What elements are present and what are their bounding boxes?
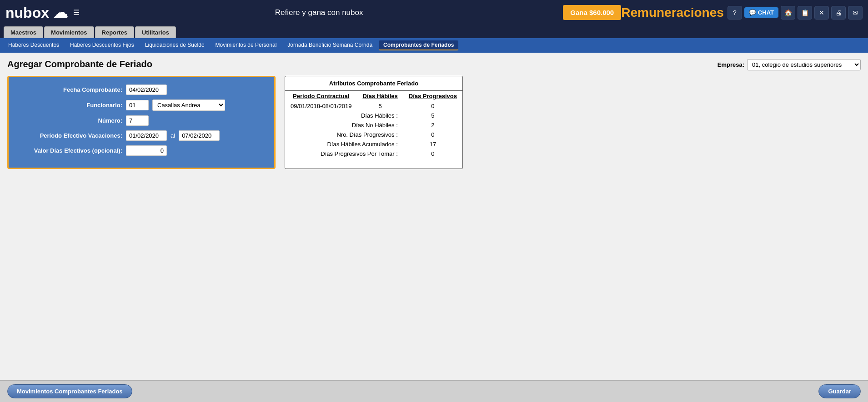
remuneraciones-title: Remuneraciones: [621, 5, 724, 20]
dias-habiles-label: Días Hábiles :: [285, 111, 403, 120]
form-row-numero: Número:: [18, 115, 265, 126]
list-icon-btn[interactable]: 📋: [798, 6, 812, 20]
subnav-jornada-beneficio[interactable]: Jornada Beneficio Semana Corrida: [283, 40, 377, 50]
empresa-row: Empresa: 01, colegio de estudios superio…: [717, 59, 861, 70]
valor-input[interactable]: [126, 145, 167, 156]
nav-movimientos[interactable]: Movimientos: [44, 26, 94, 38]
home-icon-btn[interactable]: 🏠: [781, 6, 795, 20]
logo-area: nubox ☁ ☰: [5, 4, 80, 21]
page-content: Agregar Comprobante de Feriado Empresa: …: [0, 53, 868, 393]
valor-label: Valor Días Efectivos (opcional):: [18, 147, 122, 154]
mail-icon-btn[interactable]: ✉: [848, 6, 863, 20]
sub-nav: Haberes Descuentos Haberes Descuentos Fi…: [0, 38, 868, 53]
form-row-periodo: Período Efectivo Vacaciones: al: [18, 130, 265, 141]
nav-maestros[interactable]: Maestros: [4, 26, 43, 38]
top-header: nubox ☁ ☰ Refiere y gana con nubox Gana …: [0, 0, 868, 25]
print-icon-btn[interactable]: 🖨: [831, 6, 846, 20]
dias-habiles-cell: 5: [357, 101, 403, 111]
fecha-input[interactable]: [126, 84, 167, 95]
subnav-haberes-descuentos[interactable]: Haberes Descuentos: [4, 40, 64, 50]
empresa-select[interactable]: 01, colegio de estudios superiores: [747, 59, 861, 70]
summary-row-habiles: Días Hábiles : 5: [285, 111, 462, 120]
atributos-table: Período Contractual Días Hábiles Días Pr…: [285, 91, 462, 159]
logo-text: nubox ☁: [5, 4, 68, 21]
al-label: al: [171, 132, 175, 139]
help-icon-btn[interactable]: ?: [728, 6, 742, 20]
col-periodo: Período Contractual: [285, 91, 357, 101]
movimientos-btn[interactable]: Movimientos Comprobantes Feriados: [7, 384, 132, 393]
form-row-valor: Valor Días Efectivos (opcional):: [18, 145, 265, 156]
close-icon-btn[interactable]: ✕: [814, 6, 829, 20]
nav-reportes[interactable]: Reportes: [95, 26, 134, 38]
dias-acumulados-label: Días Hábiles Acumulados :: [285, 139, 403, 149]
summary-row-no-habiles: Días No Hábiles : 2: [285, 120, 462, 130]
numero-label: Número:: [18, 117, 122, 124]
promo-text: Refiere y gana con nubox: [80, 8, 558, 17]
promo-button[interactable]: Gana $60.000: [563, 5, 621, 20]
chat-bubble-icon: 💬: [749, 9, 756, 16]
summary-row-nro-progresivos: Nro. Días Progresivos : 0: [285, 130, 462, 139]
subnav-movimientos-personal[interactable]: Movimientos de Personal: [211, 40, 281, 50]
atributos-title: Atributos Comprobante Feriado: [285, 76, 462, 91]
atributos-panel: Atributos Comprobante Feriado Período Co…: [285, 76, 463, 169]
nav-utilitarios[interactable]: Utilitarios: [135, 26, 176, 38]
funcionario-code-input[interactable]: [126, 100, 149, 110]
nav-bar: Maestros Movimientos Reportes Utilitario…: [0, 25, 868, 38]
dias-acumulados-value: 17: [403, 139, 462, 149]
empresa-label: Empresa:: [717, 61, 744, 68]
form-row-funcionario: Funcionario: Casallas Andrea: [18, 99, 265, 111]
summary-row-por-tomar: Días Progresivos Por Tomar : 0: [285, 149, 462, 159]
nro-progresivos-value: 0: [403, 130, 462, 139]
funcionario-label: Funcionario:: [18, 102, 122, 109]
header-icons: ? 💬 CHAT 🏠 📋 ✕ 🖨 ✉: [728, 6, 863, 20]
col-habiles: Días Hábiles: [357, 91, 403, 101]
guardar-btn[interactable]: Guardar: [818, 384, 861, 393]
subnav-haberes-descuentos-fijos[interactable]: Haberes Descuentos Fijos: [65, 40, 139, 50]
bottom-bar: Movimientos Comprobantes Feriados Guarda…: [0, 380, 868, 393]
funcionario-select[interactable]: Casallas Andrea: [152, 99, 225, 111]
nro-progresivos-label: Nro. Días Progresivos :: [285, 130, 403, 139]
form-row-fecha: Fecha Comprobante:: [18, 84, 265, 95]
numero-input[interactable]: [126, 115, 149, 126]
right-header: Remuneraciones ? 💬 CHAT 🏠 📋 ✕ 🖨 ✉: [621, 5, 863, 20]
subnav-comprobantes-feriados[interactable]: Comprobantes de Feriados: [379, 40, 458, 50]
dias-progresivos-cell: 0: [403, 101, 462, 111]
menu-icon: ☰: [73, 8, 80, 17]
periodo-label: Período Efectivo Vacaciones:: [18, 132, 122, 139]
dias-por-tomar-label: Días Progresivos Por Tomar :: [285, 149, 403, 159]
dias-no-habiles-value: 2: [403, 120, 462, 130]
periodo-hasta-input[interactable]: [179, 130, 220, 141]
dias-por-tomar-value: 0: [403, 149, 462, 159]
main-layout: Fecha Comprobante: Funcionario: Casallas…: [7, 76, 861, 169]
table-row: 09/01/2018-08/01/2019 5 0: [285, 101, 462, 111]
dias-habiles-value: 5: [403, 111, 462, 120]
summary-row-acumulados: Días Hábiles Acumulados : 17: [285, 139, 462, 149]
col-progresivos: Días Progresivos: [403, 91, 462, 101]
chat-button[interactable]: 💬 CHAT: [744, 7, 778, 18]
fecha-label: Fecha Comprobante:: [18, 86, 122, 93]
dias-no-habiles-label: Días No Hábiles :: [285, 120, 403, 130]
subnav-liquidaciones-sueldo[interactable]: Liquidaciones de Sueldo: [140, 40, 209, 50]
periodo-desde-input[interactable]: [126, 130, 167, 141]
form-panel: Fecha Comprobante: Funcionario: Casallas…: [7, 76, 276, 169]
periodo-contractual-cell: 09/01/2018-08/01/2019: [285, 101, 357, 111]
